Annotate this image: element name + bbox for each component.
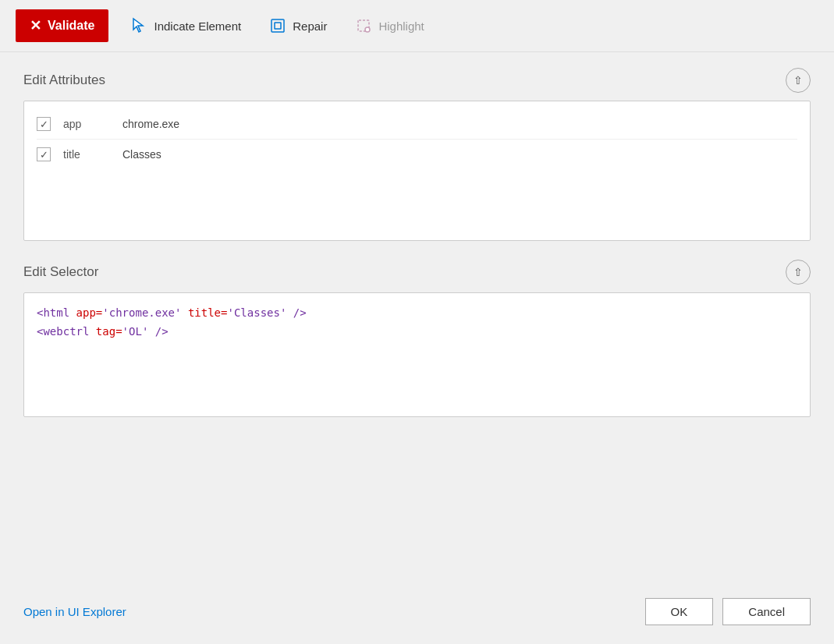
collapse-selector-button[interactable]: ⇧	[786, 260, 811, 285]
repair-icon	[269, 17, 286, 34]
edit-attributes-header: Edit Attributes ⇧	[23, 68, 811, 93]
chevron-up-icon: ⇧	[793, 266, 803, 278]
attr-name-title: title	[63, 148, 110, 161]
chevron-up-icon: ⇧	[793, 74, 803, 87]
attributes-box: ✓ app chrome.exe ✓ title Classes	[23, 101, 811, 241]
highlight-label: Highlight	[378, 19, 424, 33]
cancel-button[interactable]: Cancel	[722, 598, 811, 625]
highlight-icon	[355, 17, 372, 34]
edit-selector-header: Edit Selector ⇧	[23, 260, 811, 285]
toolbar: ✕ Validate Indicate Element Repair	[0, 0, 834, 52]
cursor-icon	[130, 17, 147, 34]
selector-line-2: <webctrl tag='OL' />	[37, 323, 797, 341]
x-icon: ✕	[30, 17, 41, 34]
indicate-element-button[interactable]: Indicate Element	[124, 12, 247, 39]
ok-button[interactable]: OK	[645, 598, 714, 625]
footer: Open in UI Explorer OK Cancel	[0, 586, 834, 644]
svg-point-3	[365, 27, 370, 32]
title-attr-key: title=	[181, 306, 227, 319]
collapse-attributes-button[interactable]: ⇧	[786, 68, 811, 93]
selector-line-1: <html app='chrome.exe' title='Classes' /…	[37, 304, 797, 323]
repair-button[interactable]: Repair	[263, 12, 333, 39]
svg-rect-0	[271, 19, 284, 32]
title-checkbox[interactable]: ✓	[37, 147, 51, 161]
app-attr-val: 'chrome.exe'	[102, 306, 181, 319]
edit-selector-title: Edit Selector	[23, 264, 98, 280]
repair-label: Repair	[293, 19, 327, 33]
table-row: ✓ app chrome.exe	[37, 109, 797, 140]
content-area: Edit Attributes ⇧ ✓ app chrome.exe ✓	[0, 52, 834, 586]
dialog: ✕ Validate Indicate Element Repair	[0, 0, 834, 644]
check-icon: ✓	[40, 149, 48, 161]
tag-attr-key: tag=	[89, 325, 122, 338]
edit-attributes-section: Edit Attributes ⇧ ✓ app chrome.exe ✓	[23, 68, 811, 241]
validate-label: Validate	[48, 19, 94, 33]
tag-attr-val: 'OL'	[122, 325, 149, 338]
app-attr-key: app=	[69, 306, 102, 319]
selector-editor[interactable]: <html app='chrome.exe' title='Classes' /…	[23, 292, 811, 417]
table-row: ✓ title Classes	[37, 140, 797, 169]
footer-buttons: OK Cancel	[645, 598, 811, 625]
title-attr-val: 'Classes'	[227, 306, 286, 319]
indicate-element-label: Indicate Element	[154, 19, 241, 33]
open-ui-explorer-link[interactable]: Open in UI Explorer	[23, 605, 126, 618]
app-checkbox[interactable]: ✓	[37, 117, 51, 131]
webctrl-tag: <webctrl	[37, 325, 89, 338]
attr-value-app: chrome.exe	[122, 118, 179, 130]
attr-name-app: app	[63, 118, 110, 130]
svg-rect-1	[275, 23, 281, 29]
check-icon: ✓	[40, 119, 48, 130]
edit-selector-section: Edit Selector ⇧ <html app='chrome.exe' t…	[23, 260, 811, 417]
highlight-button[interactable]: Highlight	[349, 12, 430, 39]
validate-button[interactable]: ✕ Validate	[16, 9, 108, 42]
attr-value-title: Classes	[122, 148, 161, 161]
webctrl-tag-close: />	[148, 325, 168, 338]
edit-attributes-title: Edit Attributes	[23, 73, 105, 88]
html-tag: <html	[37, 306, 69, 319]
html-tag-close: />	[286, 306, 306, 319]
